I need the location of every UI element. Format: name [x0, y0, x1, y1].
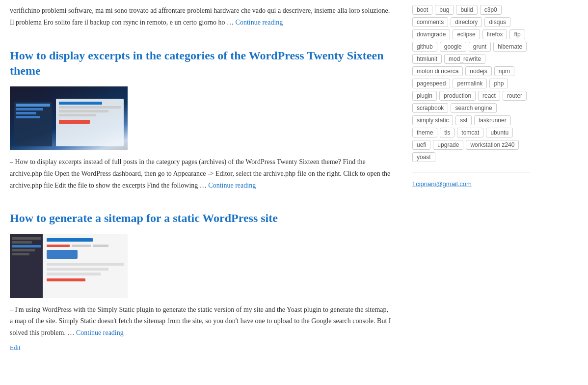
- article-wordpress-excerpts: How to display excerpts in the categorie…: [10, 48, 393, 192]
- tag-plugin[interactable]: plugin: [412, 91, 437, 101]
- tag-workstation-z240[interactable]: workstation z240: [466, 140, 519, 150]
- article-thumbnail-1: [10, 86, 128, 150]
- article-sitemap: How to generate a sitemap for a static W…: [10, 211, 393, 352]
- article-title-link-2[interactable]: How to generate a sitemap for a static W…: [10, 212, 278, 224]
- tag-pagespeed[interactable]: pagespeed: [412, 79, 450, 88]
- tag-grunt[interactable]: grunt: [469, 42, 491, 52]
- article-description-2: – I'm using WordPress with the Simply St…: [10, 304, 393, 339]
- tag-php[interactable]: php: [489, 79, 508, 88]
- tag-uefi[interactable]: uefi: [412, 140, 430, 150]
- tag-boot[interactable]: boot: [412, 5, 432, 15]
- article-intro-text: verifichino problemi software, ma mi son…: [10, 5, 393, 28]
- tag-github[interactable]: github: [412, 42, 437, 52]
- sidebar: bootbugbuildc3p0commentsdirectorydisqusd…: [402, 0, 530, 381]
- tag-search-engine[interactable]: search engine: [451, 103, 496, 113]
- tag-directory[interactable]: directory: [451, 17, 482, 27]
- tag-mod_rewrite[interactable]: mod_rewrite: [444, 54, 485, 64]
- continue-reading-link-0[interactable]: Continue reading: [236, 19, 283, 26]
- sidebar-email[interactable]: f.cipriani@gmail.com: [412, 180, 472, 188]
- tag-hibernate[interactable]: hibernate: [493, 42, 527, 52]
- tag-htmlunit[interactable]: htmlunit: [412, 54, 442, 64]
- tag-router[interactable]: router: [503, 91, 527, 101]
- tag-tls[interactable]: tls: [440, 128, 454, 138]
- tag-downgrade[interactable]: downgrade: [412, 29, 450, 39]
- main-content: verifichino problemi software, ma mi son…: [10, 0, 402, 381]
- article-thumbnail-2: [10, 234, 128, 298]
- tag-ubuntu[interactable]: ubuntu: [486, 128, 513, 138]
- tag-simply-static[interactable]: simply static: [412, 115, 453, 125]
- tag-react[interactable]: react: [478, 91, 500, 101]
- tag-yoast[interactable]: yoast: [412, 152, 435, 162]
- tag-scrapbook[interactable]: scrapbook: [412, 103, 448, 113]
- tag-disqus[interactable]: disqus: [484, 17, 510, 27]
- tag-tomcat[interactable]: tomcat: [457, 128, 483, 138]
- continue-reading-link-1[interactable]: Continue reading: [208, 182, 256, 189]
- tag-npm[interactable]: npm: [494, 66, 514, 76]
- tag-ssl[interactable]: ssl: [455, 115, 472, 125]
- tag-production[interactable]: production: [439, 91, 476, 101]
- tag-nodejs[interactable]: nodejs: [465, 66, 491, 76]
- tag-comments[interactable]: comments: [412, 17, 448, 27]
- article-description-1: – How to display excerpts instead of ful…: [10, 156, 393, 191]
- edit-link[interactable]: Edit: [10, 344, 393, 352]
- tag-taskrunner[interactable]: taskrunner: [474, 115, 511, 125]
- tag-firefox[interactable]: firefox: [482, 29, 508, 39]
- tag-motori-di-ricerca[interactable]: motori di ricerca: [412, 66, 463, 76]
- tag-google[interactable]: google: [440, 42, 466, 52]
- tag-theme[interactable]: theme: [412, 128, 437, 138]
- article-intro-section: verifichino problemi software, ma mi son…: [10, 5, 393, 28]
- article-title-2: How to generate a sitemap for a static W…: [10, 211, 393, 226]
- sidebar-divider: [412, 172, 530, 172]
- tag-ftp[interactable]: ftp: [509, 29, 525, 39]
- article-title-link-1[interactable]: How to display excerpts in the categorie…: [10, 49, 383, 77]
- article-title-1: How to display excerpts in the categorie…: [10, 48, 393, 79]
- continue-reading-link-2[interactable]: Continue reading: [76, 329, 124, 336]
- tag-upgrade[interactable]: upgrade: [433, 140, 463, 150]
- tag-c3p0[interactable]: c3p0: [480, 5, 502, 15]
- tag-permalink[interactable]: permalink: [453, 79, 487, 88]
- tag-build[interactable]: build: [456, 5, 477, 15]
- tag-bug[interactable]: bug: [435, 5, 454, 15]
- sidebar-tags: bootbugbuildc3p0commentsdirectorydisqusd…: [412, 5, 530, 162]
- tag-eclipse[interactable]: eclipse: [453, 29, 480, 39]
